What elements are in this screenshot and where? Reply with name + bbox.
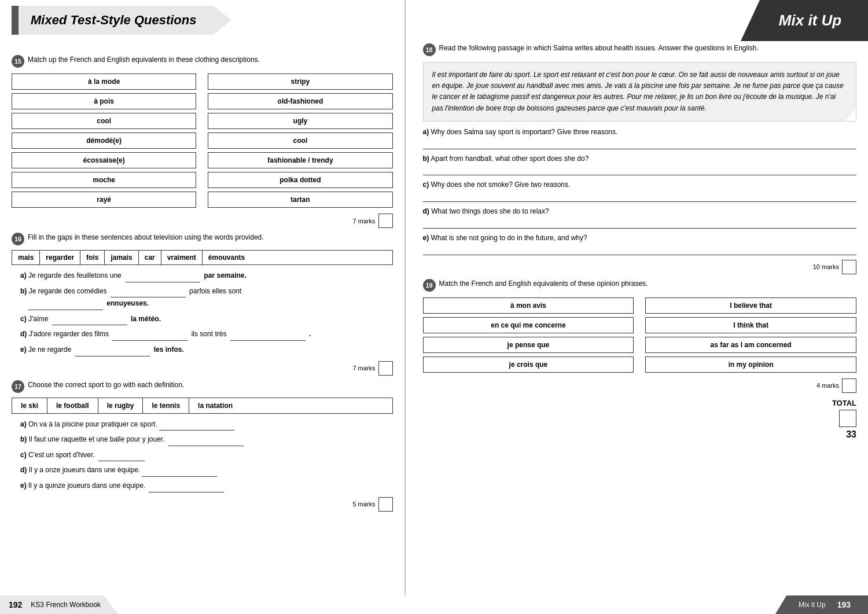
q18-marks-box xyxy=(842,260,856,274)
question-17-row: 17 Choose the correct sport to go with e… xyxy=(12,380,393,393)
mix-it-up-banner: Mix it Up xyxy=(741,0,868,41)
q18-qe: e) What is she not going to do in the fu… xyxy=(423,233,856,243)
list-item: in my opinion xyxy=(645,356,856,373)
q18-marks-label: 10 marks xyxy=(813,263,839,270)
q16-sentence-e: e) Je ne regarde les infos. xyxy=(20,344,393,356)
q17-marks-label: 5 marks xyxy=(352,501,375,508)
q15-marks-box xyxy=(378,214,393,228)
list-item: I think that xyxy=(645,317,856,333)
q17-marks: 5 marks xyxy=(12,497,393,512)
q16-marks: 7 marks xyxy=(12,361,393,376)
q17-sentence-b: b) Il faut une raquette et une balle pou… xyxy=(20,433,393,446)
list-item: je pense que xyxy=(423,337,634,353)
list-item: cool xyxy=(208,133,392,149)
list-item: je crois que xyxy=(423,356,634,373)
q15-number: 15 xyxy=(12,55,24,68)
q16-sentence-a: a) Je regarde des feuilletons une par se… xyxy=(20,270,393,282)
footer-right: Mix it Up 193 xyxy=(775,595,868,614)
footer-left-page: 192 xyxy=(9,600,22,609)
section-header-left: Mixed Test-Style Questions xyxy=(12,6,231,35)
total-marks-box xyxy=(839,410,856,427)
q15-marks: 7 marks xyxy=(12,214,393,228)
q16-marks-box xyxy=(378,361,393,376)
list-item: à la mode xyxy=(12,73,196,90)
footer-book-name: KS3 French Workbook xyxy=(31,601,101,609)
q18-qb: b) Apart from handball, what other sport… xyxy=(423,154,856,164)
q15-french-column: à la mode à pois cool démodé(e) écossais… xyxy=(12,73,196,208)
q18-number: 18 xyxy=(423,43,436,56)
total-label: TOTAL xyxy=(832,399,856,407)
page-title: Mixed Test-Style Questions xyxy=(26,13,196,27)
q19-french-column: à mon avis en ce qui me concerne je pens… xyxy=(423,297,634,373)
question-19-row: 19 Match the French and English equivale… xyxy=(423,279,856,292)
answer-line xyxy=(423,165,856,175)
q17-sentence-d: d) Il y a onze joueurs dans une équipe. xyxy=(20,464,393,477)
list-item: tartan xyxy=(208,192,392,208)
word-bank-item: émouvants xyxy=(203,251,251,264)
q16-sentence-d: d) J'adore regarder des films ils sont t… xyxy=(20,328,393,341)
q16-instruction: Fill in the gaps in these sentences abou… xyxy=(28,233,264,242)
q19-english-column: I believe that I think that as far as I … xyxy=(645,297,856,373)
footer-left: 192 KS3 French Workbook xyxy=(0,595,118,614)
word-bank-item: regarder xyxy=(40,251,80,264)
q18-qc: c) Why does she not smoke? Give two reas… xyxy=(423,180,856,190)
q17-number: 17 xyxy=(12,380,24,393)
right-column: 18 Read the following passage in which S… xyxy=(406,0,868,614)
q19-marks-box xyxy=(842,378,856,393)
list-item: écossaise(e) xyxy=(12,152,196,168)
question-18-row: 18 Read the following passage in which S… xyxy=(423,43,856,56)
q15-english-column: stripy old-fashioned ugly cool fashionab… xyxy=(208,73,392,208)
q17-sentence-c: c) C'est un sport d'hiver. xyxy=(20,449,393,462)
sport-item: le ski xyxy=(12,398,47,413)
list-item: démodé(e) xyxy=(12,133,196,149)
list-item: à mon avis xyxy=(423,297,634,314)
q19-match-container: à mon avis en ce qui me concerne je pens… xyxy=(423,297,856,373)
q17-sports-bank: le ski le football le rugby le tennis la… xyxy=(12,398,393,414)
q18-instruction: Read the following passage in which Salm… xyxy=(439,43,759,53)
answer-line xyxy=(423,192,856,202)
question-16-row: 16 Fill in the gaps in these sentences a… xyxy=(12,233,393,245)
q16-word-bank: mais regarder fois jamais car vraiment é… xyxy=(12,250,393,265)
mix-it-up-title: Mix it Up xyxy=(779,12,841,29)
q15-instruction: Match up the French and English equivale… xyxy=(28,55,260,65)
list-item: stripy xyxy=(208,73,392,90)
page-footer: 192 KS3 French Workbook Mix it Up 193 xyxy=(0,595,868,614)
word-bank-item: fois xyxy=(80,251,105,264)
word-bank-item: car xyxy=(139,251,161,264)
q18-marks: 10 marks xyxy=(423,260,856,274)
list-item: en ce qui me concerne xyxy=(423,317,634,333)
q17-sentence-a: a) On va à la piscine pour pratiquer ce … xyxy=(20,418,393,431)
question-15-row: 15 Match up the French and English equiv… xyxy=(12,55,393,68)
list-item: rayé xyxy=(12,192,196,208)
left-header: Mixed Test-Style Questions xyxy=(12,6,393,43)
total-value: 33 xyxy=(846,429,856,440)
q16-sentence-c: c) J'aime la météo. xyxy=(20,313,393,326)
answer-line xyxy=(423,245,856,255)
word-bank-item: jamais xyxy=(105,251,138,264)
q19-marks-label: 4 marks xyxy=(816,382,839,389)
sport-item: le rugby xyxy=(98,398,144,413)
answer-line xyxy=(423,218,856,229)
list-item: cool xyxy=(12,113,196,129)
q18-qd: d) What two things does she do to relax? xyxy=(423,207,856,216)
list-item: I believe that xyxy=(645,297,856,314)
sport-item: le tennis xyxy=(143,398,189,413)
q17-marks-box xyxy=(378,497,393,512)
q19-number: 19 xyxy=(423,279,436,292)
sport-item: le football xyxy=(47,398,98,413)
list-item: à pois xyxy=(12,93,196,109)
q19-instruction: Match the French and English equivalents… xyxy=(439,279,648,289)
q18-qa: a) Why does Salma say sport is important… xyxy=(423,127,856,137)
sport-item: la natation xyxy=(189,398,241,413)
list-item: ugly xyxy=(208,113,392,129)
q17-sentence-e: e) Il y a quinze joueurs dans une équipe… xyxy=(20,480,393,492)
answer-line xyxy=(423,139,856,149)
left-column: Mixed Test-Style Questions 15 Match up t… xyxy=(0,0,405,614)
q18-passage: Il est important de faire du sport. Le s… xyxy=(423,62,856,122)
list-item: fashionable / trendy xyxy=(208,152,392,168)
list-item: old-fashioned xyxy=(208,93,392,109)
q16-marks-label: 7 marks xyxy=(352,365,375,372)
q15-marks-label: 7 marks xyxy=(352,218,375,225)
word-bank-item: vraiment xyxy=(161,251,203,264)
list-item: polka dotted xyxy=(208,172,392,188)
